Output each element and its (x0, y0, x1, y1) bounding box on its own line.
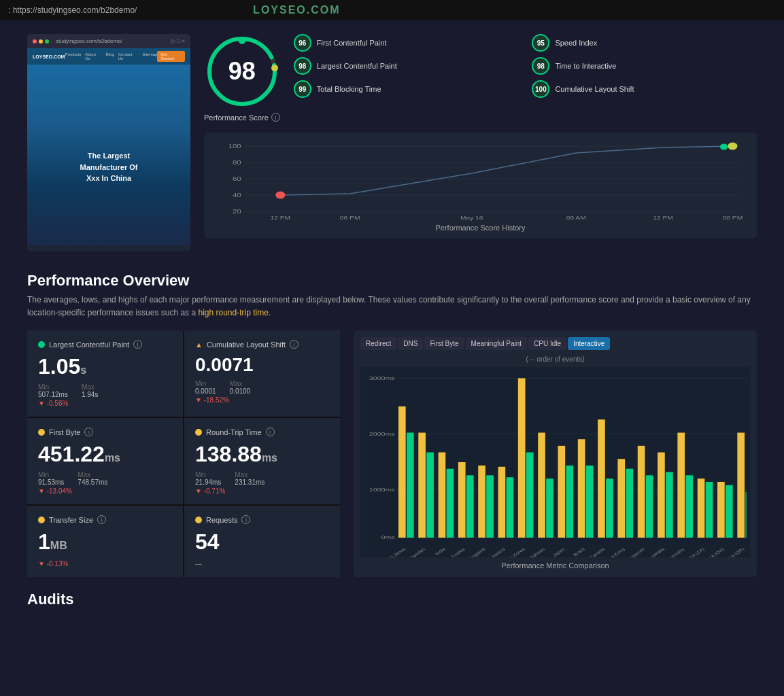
score-section: 98 Performance Score i (204, 34, 280, 122)
fb-value: 451.22ms (38, 442, 172, 467)
svg-rect-4 (211, 139, 750, 221)
svg-rect-57 (638, 446, 645, 538)
rtt-value: 138.88ms (195, 442, 329, 467)
svg-rect-58 (646, 476, 653, 538)
overview-section: Performance Overview The averages, lows,… (27, 272, 757, 319)
svg-rect-59 (658, 453, 665, 538)
fb-info[interactable]: i (84, 428, 93, 436)
ts-indicator (38, 517, 45, 523)
ts-card: Transfer Size i 1MB ▼ -0.13% (27, 506, 183, 577)
svg-text:06 PM: 06 PM (723, 215, 743, 221)
svg-text:60: 60 (233, 175, 241, 182)
svg-rect-51 (578, 440, 585, 538)
svg-text:3000ms: 3000ms (369, 376, 395, 381)
overview-title: Performance Overview (27, 272, 757, 290)
svg-text:2000ms: 2000ms (369, 432, 395, 437)
svg-point-17 (721, 144, 728, 150)
svg-rect-41 (478, 466, 485, 538)
svg-text:0ms: 0ms (381, 535, 396, 540)
svg-rect-38 (447, 469, 454, 538)
metrics-cards: Largest Contentful Paint i 1.05s Min507.… (27, 330, 340, 577)
lcp-card: Largest Contentful Paint i 1.05s Min507.… (27, 330, 183, 417)
svg-text:100: 100 (228, 143, 241, 150)
tab-interactive[interactable]: Interactive (568, 337, 610, 350)
metrics-grid: 96 First Contentful Paint 95 Speed Index… (294, 34, 757, 98)
svg-rect-63 (698, 479, 705, 538)
svg-rect-36 (426, 453, 434, 538)
svg-rect-47 (538, 433, 545, 538)
audits-section: Audits (27, 591, 757, 608)
tab-redirect[interactable]: Redirect (360, 337, 396, 350)
svg-point-2 (239, 37, 245, 44)
svg-rect-40 (466, 476, 474, 538)
svg-rect-39 (458, 462, 466, 538)
svg-rect-42 (486, 476, 494, 538)
lcp-info[interactable]: i (133, 340, 142, 349)
svg-text:1000ms: 1000ms (369, 487, 395, 493)
tab-dns[interactable]: DNS (398, 337, 423, 350)
rtt-title: Round-Trip Time (206, 428, 262, 436)
svg-rect-52 (586, 466, 594, 538)
lcp-indicator (38, 341, 45, 348)
svg-text:06 AM: 06 AM (566, 215, 586, 221)
svg-rect-45 (518, 379, 526, 538)
fb-indicator (38, 429, 45, 436)
ts-value: 1MB (38, 529, 172, 555)
chart-label: Performance Score History (211, 224, 750, 232)
chart-order-label: (→ order of events) (360, 355, 750, 363)
svg-rect-34 (407, 433, 414, 538)
req-info[interactable]: i (241, 515, 250, 524)
req-indicator (195, 517, 202, 523)
svg-rect-43 (498, 467, 506, 538)
req-value: 54 (195, 529, 329, 555)
svg-rect-37 (439, 453, 446, 538)
svg-rect-61 (677, 433, 685, 538)
fb-card: First Byte i 451.22ms Min91.53ms Max748.… (27, 418, 183, 504)
rtt-link[interactable]: high round-trip time (198, 308, 268, 317)
score-history-chart: 100 80 60 40 20 12 PM 06 PM (204, 133, 757, 239)
tab-meaningful-paint[interactable]: Meaningful Paint (466, 337, 528, 350)
svg-rect-44 (507, 478, 514, 538)
browser-url: : https://studyingseo.com/b2bdemo/ (8, 5, 137, 15)
svg-rect-53 (598, 420, 605, 538)
svg-rect-64 (706, 482, 713, 538)
svg-text:12 PM: 12 PM (271, 215, 291, 221)
svg-rect-35 (418, 433, 426, 538)
svg-rect-33 (398, 406, 406, 538)
bar-chart-label: Performance Metric Comparison (360, 561, 750, 570)
cls-value: 0.0071 (195, 354, 329, 376)
screenshot-panel: studyingseo.com/b2bdemo/ ▷ □ × LOYSEO.CO… (27, 34, 190, 251)
fb-title: First Byte (49, 428, 80, 436)
svg-rect-49 (558, 446, 565, 538)
ts-title: Transfer Size (49, 516, 93, 524)
svg-text:06 PM: 06 PM (340, 215, 360, 221)
bar-chart-section: Redirect DNS First Byte Meaningful Paint… (354, 330, 757, 577)
ts-info[interactable]: i (97, 515, 106, 524)
tab-cpu-idle[interactable]: CPU Idle (528, 337, 566, 350)
lcp-value: 1.05s (38, 354, 172, 379)
svg-rect-65 (717, 482, 725, 538)
svg-text:May 16: May 16 (460, 215, 483, 221)
top-bar: : https://studyingseo.com/b2bdemo/ LOYSE… (0, 0, 784, 20)
audits-title: Audits (27, 591, 757, 608)
cls-info[interactable]: i (290, 340, 299, 349)
req-card: Requests i 54 — (184, 506, 340, 577)
tab-first-byte[interactable]: First Byte (424, 337, 464, 350)
rtt-info[interactable]: i (266, 428, 275, 436)
svg-rect-48 (546, 479, 553, 538)
svg-rect-55 (617, 459, 625, 538)
lcp-title: Largest Contentful Paint (49, 341, 129, 349)
svg-text:12 PM: 12 PM (653, 215, 673, 221)
cls-card: ▲ Cumulative Layout Shift i 0.0071 Min0.… (184, 330, 340, 417)
svg-rect-50 (566, 466, 573, 538)
screenshot-text: The Largest Manufacturer Of Xxx In China (80, 150, 138, 184)
svg-text:80: 80 (233, 159, 241, 166)
rtt-indicator (195, 429, 202, 436)
svg-rect-66 (726, 485, 733, 538)
score-number: 98 (228, 57, 256, 86)
rtt-card: Round-Trip Time i 138.88ms Min21.94ms Ma… (184, 418, 340, 504)
svg-rect-67 (737, 433, 745, 538)
svg-rect-60 (666, 472, 673, 538)
svg-text:40: 40 (233, 192, 241, 198)
svg-rect-68 (745, 492, 746, 538)
